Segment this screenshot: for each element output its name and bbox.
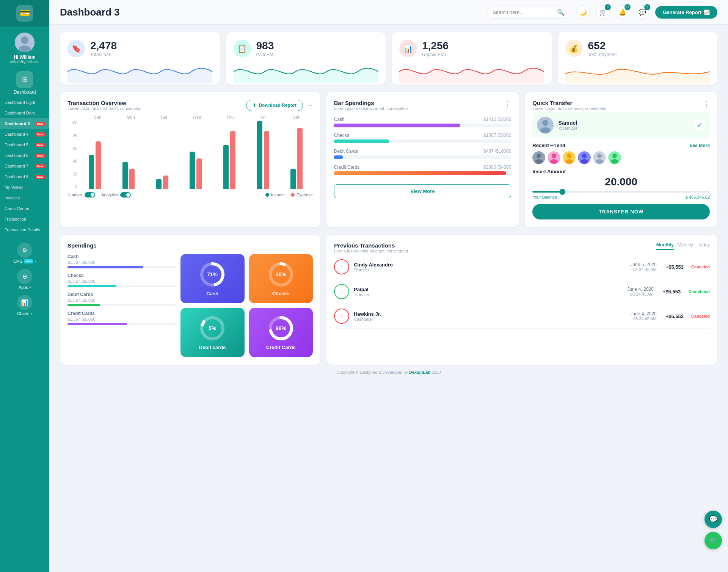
sidebar-item-cards-center[interactable]: Cards Center — [0, 203, 49, 214]
download-icon: ⬇ — [253, 103, 256, 108]
sidebar-item-dashboard-6[interactable]: Dashboard 6 New — [0, 150, 49, 161]
support-float-btn[interactable]: 💬 — [704, 511, 722, 528]
badge-new: New — [36, 122, 45, 126]
sidebar-item-dashboard-4[interactable]: Dashboard 4 New — [0, 129, 49, 139]
svg-text:71%: 71% — [207, 271, 218, 277]
friend-avatar-1[interactable] — [532, 151, 545, 164]
sidebar-item-dashboard-light[interactable]: Dashboard Light — [0, 97, 49, 108]
sidebar-apps[interactable]: ⊕ Apps › — [17, 265, 32, 291]
donut-checks: 30% Checks — [249, 254, 313, 303]
download-report-button[interactable]: ⬇ Download Report — [246, 100, 303, 111]
bar-thu-red — [230, 131, 235, 189]
spending-item-debit: Debit Cards $1,567 /$5,000 — [67, 292, 176, 306]
messages-btn[interactable]: 💬 5 — [635, 5, 649, 19]
donut-checks-label: Checks — [272, 291, 290, 296]
stat-card-unpaid-emi: 📊 1,256 Unpaid EMI — [392, 32, 552, 85]
sidebar-item-dashboard-8[interactable]: Dashboard 8 New — [0, 171, 49, 182]
stat-card-paid-emi: 📋 983 Paid EMI — [226, 32, 386, 85]
recent-friend-label: Recent Friend — [532, 143, 565, 148]
total-loan-value: 2,478 — [90, 40, 117, 52]
friend-avatar-4[interactable] — [578, 151, 591, 164]
content-area: 🔖 2,478 Total Loan 📋 983 Paid EMI — [49, 25, 728, 572]
paid-emi-wave — [234, 60, 378, 83]
cart-float-btn[interactable]: 🛒 — [704, 532, 722, 549]
bar-tue-red — [163, 176, 168, 189]
donut-chart-checks: 30% — [268, 261, 294, 288]
cms-icon: ⚙ — [17, 243, 32, 258]
sidebar-item-dashboard-5[interactable]: Dashboard 5 New — [0, 139, 49, 150]
sidebar-charts[interactable]: 📊 Charts › — [17, 291, 32, 317]
sidebar-item-dashboard-7[interactable]: Dashboard 7 New — [0, 161, 49, 171]
stat-cards: 🔖 2,478 Total Loan 📋 983 Paid EMI — [60, 32, 717, 85]
total-loan-icon: 🔖 — [67, 40, 85, 57]
number-toggle[interactable] — [85, 192, 95, 197]
svg-point-1 — [21, 36, 28, 44]
bar-group-mon — [113, 162, 145, 189]
bar-spendings-subtitle: Lorem ipsum dolor sit amet, consectetur — [334, 106, 408, 111]
txn-menu-btn[interactable]: ⋯ — [306, 101, 313, 110]
cart-btn[interactable]: 🛒 2 — [596, 5, 610, 19]
sidebar-item-transaction-details[interactable]: Transaction Details — [0, 224, 49, 235]
pt-title: Previous Transactions — [334, 242, 408, 249]
tab-weekly[interactable]: Weekly — [678, 242, 693, 250]
tab-today[interactable]: Today — [698, 242, 710, 250]
transaction-row-2: ↓ Paipal Transfer June 4, 2020 05:34:45 … — [334, 279, 710, 304]
badge-new: New — [36, 143, 45, 147]
sidebar-item-invoices[interactable]: Invoices — [0, 193, 49, 203]
income-dot — [265, 193, 269, 197]
bar-group-sun — [79, 141, 111, 189]
sidebar-item-dashboard-dark[interactable]: Dashboard Dark — [0, 108, 49, 118]
dashboard-label: Dashboard — [14, 89, 36, 95]
amount-slider[interactable] — [532, 191, 710, 193]
qt-avatar — [537, 117, 554, 133]
sidebar-item-my-wallet[interactable]: My Wallet — [0, 182, 49, 193]
legend-number: Number — [67, 192, 95, 197]
user-email: william@gmail.com — [10, 60, 39, 64]
chart-legend: Number Analytics Income — [67, 192, 313, 197]
pt-icon-3: ↑ — [334, 309, 349, 324]
friend-avatar-3[interactable] — [563, 151, 576, 164]
view-more-button[interactable]: View More — [334, 184, 511, 198]
total-payment-value: 652 — [588, 40, 617, 52]
dark-mode-toggle[interactable]: 🌙 — [576, 5, 590, 19]
search-input[interactable] — [493, 9, 554, 15]
donut-chart-debit: 5% — [199, 315, 226, 342]
svg-text:5%: 5% — [209, 325, 217, 331]
donut-credit-label: Credit Cards — [266, 345, 296, 350]
spend-row-cash: Cash $1415 /$2000 — [334, 117, 511, 127]
bar-mon-teal — [122, 162, 128, 189]
dashboard-icon[interactable]: ⊞ — [16, 71, 33, 88]
sidebar-cms[interactable]: ⚙ CMS New › — [13, 239, 36, 265]
balance-label: Your Balance — [532, 195, 557, 199]
see-more-link[interactable]: See More — [690, 143, 710, 148]
friend-avatar-2[interactable] — [548, 151, 560, 164]
friend-avatar-6[interactable] — [608, 151, 621, 164]
selected-user: Samuel @sam224 ✓ — [532, 112, 710, 138]
credit-bar — [334, 171, 506, 175]
bar-sat-red — [297, 128, 303, 189]
tab-monthly[interactable]: Monthly — [656, 242, 674, 250]
legend-analytics: Analytics — [101, 192, 131, 197]
bar-spendings-menu[interactable]: ⋮ — [504, 100, 511, 108]
pt-status-3: Canceled — [691, 314, 710, 318]
friend-avatar-5[interactable] — [593, 151, 606, 164]
generate-report-button[interactable]: Generate Report 📈 — [655, 6, 717, 19]
avatar — [15, 33, 35, 52]
svg-point-16 — [582, 154, 587, 158]
friend-avatars — [532, 151, 710, 164]
spending-item-credit: Credit Cards $1,567 /$5,000 — [67, 311, 176, 325]
quick-transfer-menu[interactable]: ⋮ — [703, 100, 710, 108]
charts-row: Transaction Overview Lorem ipsum dolor s… — [60, 92, 717, 227]
notifications-btn[interactable]: 🔔 12 — [616, 5, 629, 19]
day-mon: Mon — [114, 115, 147, 119]
footer-brand-link[interactable]: DexignLab — [409, 370, 430, 375]
pt-date-3: June 4, 2020 — [630, 311, 656, 317]
previous-transactions-card: Previous Transactions Lorem ipsum dolor … — [326, 235, 717, 365]
quick-transfer-title: Quick Transfer — [532, 100, 607, 106]
donut-cash: 71% Cash — [180, 254, 245, 303]
transfer-now-button[interactable]: TRANSFER NOW — [532, 204, 710, 219]
sidebar-item-transaction[interactable]: Transaction — [0, 214, 49, 224]
search-icon[interactable]: 🔍 — [557, 9, 565, 16]
sidebar-item-dashboard-3[interactable]: Dashboard 3 New — [0, 118, 49, 129]
analytics-toggle[interactable] — [120, 192, 131, 197]
